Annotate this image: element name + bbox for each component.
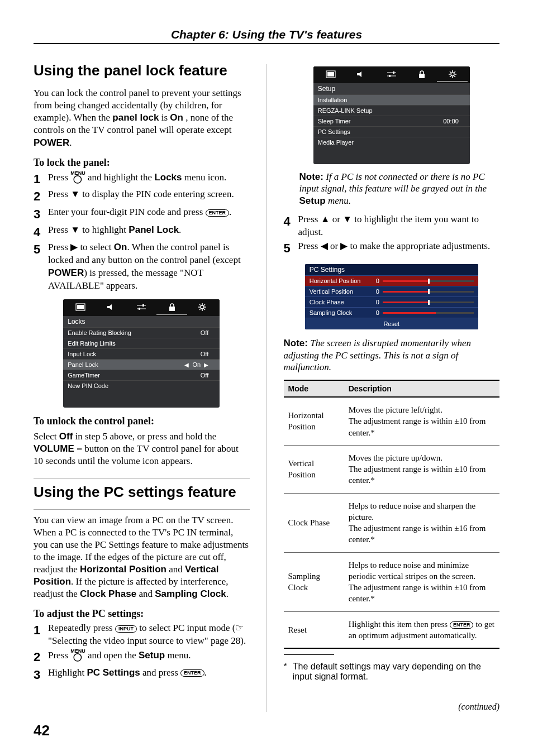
unlock-panel-text: Select Off in step 5 above, or press and… <box>34 430 250 467</box>
svg-point-8 <box>201 305 204 309</box>
osd-pc-row: Vertical Position0 <box>305 286 478 296</box>
pc-step-5: Press ◀ or ▶ to make the appropriate adj… <box>298 240 500 257</box>
osd-menu-item: Installation <box>313 94 470 105</box>
svg-rect-5 <box>142 304 144 307</box>
svg-line-15 <box>199 309 201 310</box>
osd-pc-row: Clock Phase0 <box>305 296 478 307</box>
svg-line-31 <box>454 76 455 77</box>
pc-step-4: Press ▲ or ▼ to highlight the item you w… <box>298 213 500 239</box>
osd-tab-picture-icon <box>65 301 96 314</box>
svg-rect-6 <box>139 308 140 310</box>
svg-line-33 <box>454 71 455 73</box>
table-row: Vertical Position Moves the picture up/d… <box>284 445 500 493</box>
table-header-mode: Mode <box>284 380 344 397</box>
pc-steps-left: 1 Repeatedly press INPUT to select PC in… <box>34 622 250 683</box>
menu-button-icon: MENU◯ <box>70 171 85 183</box>
pc-step-3: Highlight PC Settings and press ENTER. <box>48 667 250 683</box>
to-lock-panel-heading: To lock the panel: <box>34 157 250 169</box>
enter-button-icon: ENTER <box>206 209 230 217</box>
osd-tab-audio-icon <box>96 301 126 314</box>
osd-tab-gear-icon <box>437 68 467 82</box>
svg-line-13 <box>199 304 201 305</box>
svg-rect-24 <box>419 74 425 78</box>
page-number: 42 <box>34 722 50 739</box>
osd-menu-item: Sleep Timer00:00 <box>313 116 470 126</box>
osd-pc-title: PC Settings <box>305 264 478 275</box>
svg-marker-19 <box>357 71 361 77</box>
svg-line-16 <box>204 304 205 305</box>
osd-menu-item: Enable Rating BlockingOff <box>63 327 220 338</box>
table-cell: Moves the picture up/down. The adjustmen… <box>344 445 499 493</box>
lock-step-3: Enter your four-digit PIN code and press… <box>48 206 250 223</box>
lock-step-5: Press ▶ to select On. When the control p… <box>48 241 250 293</box>
lock-step-2: Press ▼ to display the PIN code entering… <box>48 188 250 205</box>
svg-rect-22 <box>393 71 394 74</box>
lock-step-4: Press ▼ to highlight Panel Lock. <box>48 224 250 241</box>
osd-tab-gear-icon <box>187 300 217 315</box>
note-screen-disrupted: Note: The screen is disrupted momentaril… <box>284 337 500 373</box>
osd-menu-item: GameTimerOff <box>63 370 220 380</box>
enter-button-icon: ENTER <box>180 669 204 677</box>
osd-menu-item: Media Player <box>313 137 470 147</box>
svg-line-32 <box>450 76 451 77</box>
osd-pc-row: Sampling Clock0 <box>305 307 478 318</box>
table-cell: Helps to reduce noise and minimize perio… <box>344 552 499 611</box>
input-button-icon: INPUT <box>115 625 137 633</box>
osd-tab-lock-icon <box>407 68 437 82</box>
osd-tab-lock-icon <box>156 300 187 315</box>
table-row: Reset Highlight this item then press ENT… <box>284 611 500 648</box>
chapter-title: Chapter 6: Using the TV's features <box>171 28 362 43</box>
osd-pc-row: Horizontal Position0 <box>305 275 478 286</box>
pc-steps-right: 4 Press ▲ or ▼ to highlight the item you… <box>284 213 500 257</box>
osd-pc-reset: Reset <box>305 318 478 329</box>
svg-rect-7 <box>169 307 175 311</box>
panel-lock-intro: You can lock the control panel to preven… <box>34 87 250 149</box>
section-pc-settings-heading: Using the PC settings feature <box>34 484 250 501</box>
osd-tab-sliders-icon <box>126 301 156 314</box>
pc-settings-table: Mode Description Horizontal Position Mov… <box>284 380 500 649</box>
svg-rect-23 <box>389 75 391 77</box>
svg-rect-18 <box>327 72 334 76</box>
svg-line-14 <box>204 309 205 310</box>
osd-tab-picture-icon <box>316 68 346 82</box>
osd-pc-settings: PC Settings Horizontal Position0Vertical… <box>305 264 478 329</box>
osd-menu-item: Input LockOff <box>63 348 220 359</box>
osd-locks-title: Locks <box>63 316 220 327</box>
to-adjust-pc-heading: To adjust the PC settings: <box>34 608 250 620</box>
menu-button-icon: MENU◯ <box>70 649 85 661</box>
column-divider <box>266 64 267 712</box>
lock-steps: 1 Press MENU◯ and highlight the Locks me… <box>34 171 250 293</box>
enter-button-icon: ENTER <box>450 621 474 629</box>
section-panel-lock-heading: Using the panel lock feature <box>34 62 250 79</box>
chapter-header: Chapter 6: Using the TV's features <box>34 28 499 44</box>
continued-label: (continued) <box>284 702 500 712</box>
osd-menu-item: PC Settings <box>313 126 470 137</box>
svg-line-30 <box>450 71 451 73</box>
pc-settings-intro: You can view an image from a PC on the T… <box>34 514 250 601</box>
to-unlock-panel-heading: To unlock the control panel: <box>34 415 250 427</box>
osd-tab-sliders-icon <box>377 68 407 82</box>
lock-step-1: Press MENU◯ and highlight the Locks menu… <box>48 171 250 188</box>
osd-setup-title: Setup <box>313 83 470 94</box>
osd-menu-item: REGZA-LINK Setup <box>313 105 470 116</box>
osd-tab-audio-icon <box>346 68 376 82</box>
note-pc-not-connected: Note: If a PC is not connected or there … <box>299 171 500 207</box>
footnote: * The default settings may vary dependin… <box>284 662 500 682</box>
svg-rect-1 <box>77 305 84 309</box>
table-header-description: Description <box>344 380 499 397</box>
osd-setup-menu: Setup InstallationREGZA-LINK SetupSleep … <box>313 66 470 164</box>
svg-marker-2 <box>107 304 112 310</box>
table-cell: Highlight this item then press ENTER to … <box>344 611 499 648</box>
pc-step-1: Repeatedly press INPUT to select PC inpu… <box>48 622 250 648</box>
svg-point-25 <box>451 73 454 76</box>
left-column: Using the panel lock feature You can loc… <box>34 60 250 712</box>
osd-menu-item: Edit Rating Limits <box>63 338 220 348</box>
table-cell: Helps to reduce noise and sharpen the pi… <box>344 493 499 552</box>
right-column: Setup InstallationREGZA-LINK SetupSleep … <box>284 60 500 712</box>
osd-locks-menu: Locks Enable Rating BlockingOffEdit Rati… <box>63 299 220 408</box>
osd-menu-item: Panel Lock◀ On ▶ <box>63 359 220 370</box>
pc-step-2: Press MENU◯ and open the Setup menu. <box>48 649 250 666</box>
table-row: Horizontal Position Moves the picture le… <box>284 397 500 445</box>
table-row: Clock Phase Helps to reduce noise and sh… <box>284 493 500 552</box>
table-cell: Moves the picture left/right. The adjust… <box>344 397 499 445</box>
